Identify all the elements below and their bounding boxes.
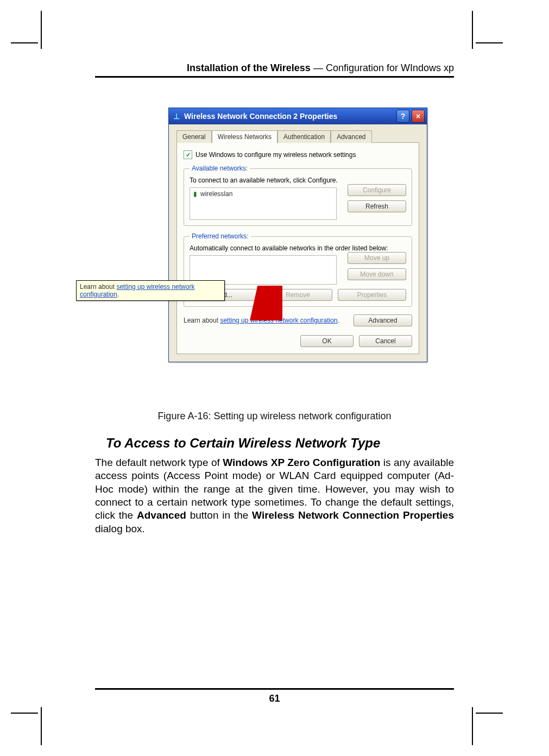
refresh-button[interactable]: Refresh	[348, 200, 406, 212]
available-hint: To connect to an available network, clic…	[190, 177, 406, 184]
learn-link[interactable]: setting up wireless network configuratio…	[220, 317, 337, 324]
configure-button[interactable]: Configure	[348, 184, 406, 196]
section-heading: To Access to Certain Wireless Network Ty…	[106, 436, 380, 451]
dialog-titlebar: ⊥ Wireless Network Connection 2 Properti…	[169, 108, 427, 124]
use-windows-checkbox[interactable]: ✓	[184, 150, 192, 159]
tabs: General Wireless Networks Authentication…	[176, 130, 419, 143]
list-item[interactable]: ▮ wirelesslan	[190, 188, 336, 200]
properties-button[interactable]: Properties	[338, 289, 406, 301]
callout-tooltip: Learn about setting up wireless network …	[76, 280, 225, 301]
titlebar-close-button[interactable]: ×	[412, 110, 425, 123]
titlebar-help-button[interactable]: ?	[396, 110, 409, 123]
figure-wrap: ⊥ Wireless Network Connection 2 Properti…	[168, 108, 429, 362]
page-number: 61	[95, 693, 454, 704]
header-sep: —	[311, 62, 326, 73]
figure-caption: Figure A-16: Setting up wireless network…	[95, 411, 454, 422]
available-legend: Available networks:	[190, 165, 250, 172]
signal-icon: ▮	[193, 190, 197, 198]
wireless-icon: ⊥	[172, 112, 181, 121]
advanced-button[interactable]: Advanced	[354, 314, 412, 326]
available-networks-list[interactable]: ▮ wirelesslan	[190, 187, 337, 220]
header-rest: Configuration for WIndows xp	[326, 62, 454, 73]
dialog-title: Wireless Network Connection 2 Properties	[184, 112, 337, 121]
ok-button[interactable]: OK	[300, 335, 354, 347]
available-item-label: wirelesslan	[200, 190, 232, 198]
running-header: Installation of the Wireless — Configura…	[95, 62, 454, 78]
xp-properties-dialog: ⊥ Wireless Network Connection 2 Properti…	[168, 108, 427, 362]
tab-general[interactable]: General	[176, 130, 212, 143]
move-down-button[interactable]: Move down	[348, 268, 406, 280]
learn-text: Learn about setting up wireless network …	[184, 317, 339, 324]
tab-panel: ✓ Use Windows to configure my wireless n…	[176, 143, 419, 354]
tab-authentication[interactable]: Authentication	[277, 130, 331, 143]
remove-button[interactable]: Remove	[263, 289, 332, 301]
tab-wireless-networks[interactable]: Wireless Networks	[212, 130, 277, 143]
cancel-button[interactable]: Cancel	[359, 335, 412, 347]
available-networks-group: Available networks: To connect to an ava…	[184, 165, 412, 226]
header-bold: Installation of the Wireless	[187, 62, 311, 73]
page-footer: 61	[95, 688, 454, 704]
tab-advanced[interactable]: Advanced	[331, 130, 371, 143]
preferred-legend: Preferred networks:	[190, 232, 251, 240]
use-windows-label: Use Windows to configure my wireless net…	[195, 151, 356, 159]
preferred-hint: Automatically connect to available netwo…	[190, 244, 406, 252]
body-paragraph: The default network type of Windows XP Z…	[95, 456, 454, 536]
move-up-button[interactable]: Move up	[348, 252, 406, 264]
